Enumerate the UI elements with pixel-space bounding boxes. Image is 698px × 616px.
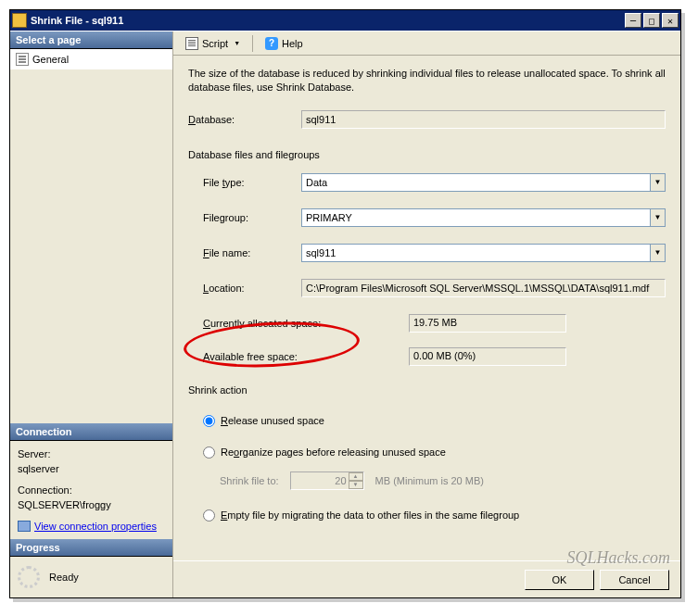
- spinner-up: ▲: [349, 472, 363, 481]
- script-label: Script: [202, 38, 228, 49]
- close-button[interactable]: ✕: [662, 13, 679, 28]
- allocated-value: 19.75 MB: [409, 314, 566, 333]
- radio-empty-label: Empty file by migrating the data to othe…: [221, 509, 519, 521]
- toolbar: Script ▼ ? Help: [173, 31, 680, 56]
- available-value: 0.00 MB (0%): [409, 347, 566, 366]
- shrink-action-label: Shrink action: [188, 384, 666, 396]
- filegroup-label: Filegroup:: [203, 212, 301, 223]
- dialog-window: Shrink File - sql911 ─ □ ✕ Select a page…: [9, 9, 681, 598]
- help-icon: ?: [265, 37, 278, 50]
- filetype-label: File type:: [203, 177, 301, 188]
- page-general[interactable]: General: [10, 49, 172, 69]
- titlebar[interactable]: Shrink File - sql911 ─ □ ✕: [10, 10, 680, 31]
- progress-body: Ready: [10, 557, 172, 597]
- filegroup-field[interactable]: [301, 208, 650, 227]
- left-panel: Select a page General Connection Server:…: [10, 31, 173, 597]
- shrink-to-suffix: MB (Minimum is 20 MB): [375, 475, 484, 486]
- server-label: Server:: [18, 446, 165, 462]
- radio-reorganize-label: Reorganize pages before releasing unused…: [221, 446, 446, 458]
- description: The size of the database is reduced by s…: [188, 67, 666, 95]
- app-icon: [12, 13, 27, 28]
- script-button[interactable]: Script ▼: [179, 34, 247, 53]
- chevron-down-icon: ▼: [234, 40, 240, 46]
- filename-field[interactable]: [301, 244, 650, 262]
- server-value: sqlserver: [18, 461, 165, 477]
- location-field: [301, 279, 666, 297]
- page-general-label: General: [32, 54, 69, 65]
- script-icon: [185, 37, 198, 50]
- radio-release-label: Release unused space: [221, 415, 324, 426]
- view-connection-link[interactable]: View connection properties: [18, 519, 165, 534]
- radio-release[interactable]: [203, 415, 215, 427]
- connection-icon: [18, 521, 31, 532]
- filetype-dropdown-button[interactable]: ▼: [650, 173, 666, 192]
- filename-dropdown-button[interactable]: ▼: [650, 244, 666, 262]
- minimize-button[interactable]: ─: [625, 13, 641, 28]
- view-connection-label: View connection properties: [34, 519, 157, 534]
- database-field: [301, 110, 666, 129]
- filename-combo[interactable]: ▼: [301, 244, 666, 262]
- window-title: Shrink File - sql911: [31, 15, 625, 26]
- filegroup-dropdown-button[interactable]: ▼: [650, 208, 666, 227]
- shrink-to-value: 20: [335, 475, 346, 486]
- cancel-button[interactable]: Cancel: [600, 570, 669, 590]
- available-label: Available free space:: [203, 351, 409, 362]
- location-label: Location:: [203, 283, 301, 294]
- select-page-header: Select a page: [10, 31, 172, 49]
- help-label: Help: [282, 38, 303, 49]
- maximize-button[interactable]: □: [643, 13, 660, 28]
- ok-button[interactable]: OK: [525, 570, 594, 590]
- radio-empty-row[interactable]: Empty file by migrating the data to othe…: [203, 509, 666, 522]
- help-button[interactable]: ? Help: [259, 34, 310, 53]
- allocated-label: Currently allocated space:: [203, 318, 409, 329]
- radio-release-row[interactable]: Release unused space: [203, 414, 666, 427]
- filetype-field[interactable]: [301, 173, 650, 192]
- progress-status: Ready: [49, 572, 79, 583]
- spinner-down: ▼: [349, 481, 363, 489]
- shrink-to-label: Shrink file to:: [220, 475, 279, 486]
- right-panel: Script ▼ ? Help The size of the database…: [173, 31, 680, 597]
- spinner-icon: [18, 566, 40, 588]
- radio-reorganize[interactable]: [203, 446, 215, 459]
- radio-reorganize-row[interactable]: Reorganize pages before releasing unused…: [203, 446, 666, 459]
- radio-empty[interactable]: [203, 509, 215, 522]
- connection-value: SQLSERVER\froggy: [18, 497, 165, 513]
- connection-body: Server: sqlserver Connection: SQLSERVER\…: [10, 441, 172, 540]
- database-label: Database:: [188, 114, 301, 125]
- filename-label: File name:: [203, 247, 301, 258]
- shrink-to-spinner: 20 ▲ ▼: [290, 471, 364, 490]
- filetype-combo[interactable]: ▼: [301, 173, 666, 192]
- watermark: SQLHacks.com: [567, 548, 670, 568]
- connection-label: Connection:: [18, 483, 165, 498]
- filegroup-combo[interactable]: ▼: [301, 208, 666, 227]
- progress-header: Progress: [10, 539, 172, 557]
- connection-header: Connection: [10, 423, 172, 441]
- shrink-to-row: Shrink file to: 20 ▲ ▼ MB (Minimum is 20…: [220, 471, 666, 490]
- db-files-label: Database files and filegroups: [188, 149, 666, 160]
- page-icon: [16, 53, 29, 66]
- separator: [252, 35, 253, 52]
